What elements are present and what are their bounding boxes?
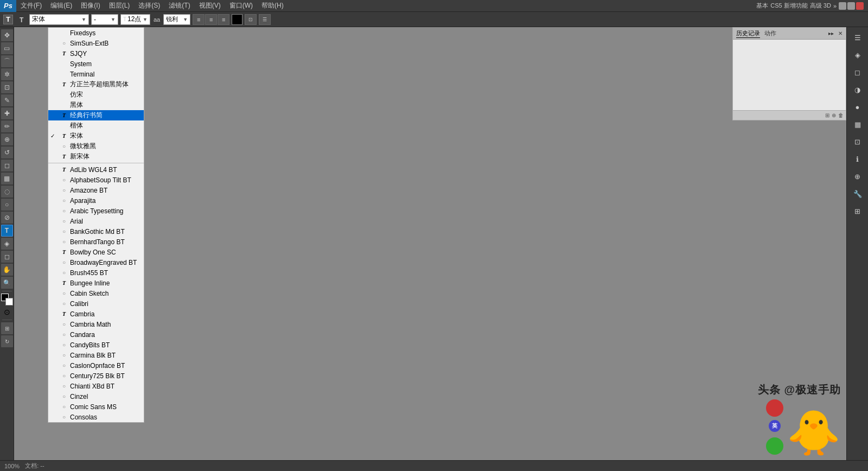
- options-button[interactable]: ⊞: [850, 203, 866, 219]
- paths-button[interactable]: ◻: [850, 64, 866, 80]
- history-brush-tool[interactable]: ↺: [1, 147, 13, 158]
- font-list-item[interactable]: TSJQY: [48, 48, 144, 59]
- menu-edit[interactable]: 编辑(E): [46, 0, 76, 11]
- maximize-button[interactable]: [847, 2, 855, 10]
- font-list-item[interactable]: ○Cambria Math: [48, 319, 144, 329]
- font-list-item[interactable]: System: [48, 59, 144, 69]
- font-list-item[interactable]: Fixedsys: [48, 28, 144, 38]
- font-list-item[interactable]: T经典行书简: [48, 110, 144, 120]
- rectangle-select-tool[interactable]: ▭: [1, 42, 13, 54]
- zoom-tool[interactable]: 🔍: [1, 277, 13, 289]
- align-left-button[interactable]: ≡: [193, 14, 205, 25]
- font-list-item[interactable]: TCambria: [48, 309, 144, 319]
- workspace-basic[interactable]: 基本: [756, 2, 768, 10]
- foreground-background-colors[interactable]: [1, 294, 13, 305]
- warp-text-button[interactable]: ⊡: [245, 14, 257, 25]
- path-select-tool[interactable]: ◈: [1, 238, 13, 250]
- minimize-button[interactable]: [839, 2, 846, 10]
- font-list-item[interactable]: ○Arabic Typesetting: [48, 206, 144, 216]
- font-list-item[interactable]: ○Cinzel: [48, 391, 144, 402]
- anti-alias-selector[interactable]: 锐利 ▼: [163, 14, 190, 25]
- swatches-button[interactable]: ▦: [850, 116, 866, 132]
- text-color-swatch[interactable]: [232, 14, 242, 25]
- new-snapshot-button[interactable]: ⊞: [825, 112, 829, 118]
- workspace-3d[interactable]: 高级 3D: [810, 2, 831, 10]
- font-list-item[interactable]: ○Century725 Blk BT: [48, 371, 144, 381]
- panel-expand-button[interactable]: ▸▸: [828, 30, 834, 36]
- tools-panel-button[interactable]: 🔧: [850, 186, 866, 202]
- font-list-item[interactable]: 仿宋: [48, 90, 144, 100]
- menu-layer[interactable]: 图层(L): [105, 0, 135, 11]
- eraser-tool[interactable]: ◻: [1, 160, 13, 171]
- font-list-item[interactable]: T新宋体: [48, 151, 144, 162]
- menu-file[interactable]: 文件(F): [16, 0, 46, 11]
- color-button[interactable]: ●: [850, 99, 866, 115]
- font-list-item[interactable]: ○AlphabetSoup Tilt BT: [48, 175, 144, 185]
- font-list-item[interactable]: ○Aparajita: [48, 195, 144, 206]
- quick-mask-button[interactable]: ⊙: [2, 307, 12, 317]
- font-list-item[interactable]: ○BernhardTango BT: [48, 237, 144, 247]
- layers-button[interactable]: ☰: [850, 29, 866, 46]
- menu-window[interactable]: 窗口(W): [225, 0, 257, 11]
- green-circle-button[interactable]: [766, 437, 783, 455]
- align-center-button[interactable]: ≡: [205, 14, 217, 25]
- font-list-item[interactable]: ○CaslonOpnface BT: [48, 360, 144, 371]
- font-list-item[interactable]: TBowlby One SC: [48, 247, 144, 257]
- hand-tool[interactable]: ✋: [1, 264, 13, 276]
- pen-tool[interactable]: ⊘: [1, 212, 13, 224]
- eyedropper-tool[interactable]: ✎: [1, 94, 13, 106]
- gradient-tool[interactable]: ▦: [1, 173, 13, 184]
- info-button[interactable]: ℹ: [850, 151, 866, 167]
- menu-help[interactable]: 帮助(H): [257, 0, 288, 11]
- move-tool[interactable]: ✥: [1, 29, 13, 41]
- font-size-selector[interactable]: T 12点 ▼: [120, 14, 150, 25]
- font-style-selector[interactable]: - ▼: [91, 14, 118, 25]
- clone-stamp-tool[interactable]: ⊕: [1, 133, 13, 145]
- menu-filter[interactable]: 滤镜(T): [164, 0, 194, 11]
- screen-mode-button[interactable]: ⊞: [1, 322, 13, 334]
- background-color[interactable]: [5, 298, 13, 305]
- workspace-cs5[interactable]: CS5 新增功能: [770, 2, 807, 10]
- panel-close-button[interactable]: ✕: [838, 30, 843, 36]
- font-list-item[interactable]: ○微软雅黑: [48, 141, 144, 151]
- font-list-item[interactable]: TAdLib WGL4 BT: [48, 164, 144, 175]
- rotate-view-button[interactable]: ↻: [1, 335, 13, 347]
- font-list-item[interactable]: ○Chianti XBd BT: [48, 381, 144, 391]
- font-list-item[interactable]: ○CandyBits BT: [48, 340, 144, 350]
- font-list-item[interactable]: TBungee Inline: [48, 278, 144, 288]
- font-list-item[interactable]: Terminal: [48, 69, 144, 79]
- font-list-item[interactable]: ○Brush455 BT: [48, 268, 144, 278]
- font-list-item[interactable]: ○Consolas: [48, 412, 144, 422]
- font-list-item[interactable]: ○SimSun-ExtB: [48, 38, 144, 48]
- font-list-item[interactable]: ○BankGothic Md BT: [48, 226, 144, 237]
- menu-image[interactable]: 图像(I): [76, 0, 104, 11]
- crop-tool[interactable]: ⊡: [1, 81, 13, 93]
- font-list-item[interactable]: T宋体: [48, 131, 144, 141]
- font-list-item[interactable]: 楷体: [48, 120, 144, 131]
- navigator-button[interactable]: ⊕: [850, 168, 866, 184]
- actions-tab[interactable]: 动作: [764, 29, 776, 37]
- font-list-item[interactable]: ○Cabin Sketch: [48, 288, 144, 298]
- text-tool[interactable]: T: [1, 225, 13, 237]
- font-list-item[interactable]: 黑体: [48, 100, 144, 110]
- close-button[interactable]: [856, 2, 864, 10]
- align-right-button[interactable]: ≡: [218, 14, 229, 25]
- font-list-item[interactable]: ○Comic Sans MS: [48, 402, 144, 412]
- healing-brush-tool[interactable]: ✚: [1, 107, 13, 119]
- font-list-item[interactable]: ○Candara: [48, 329, 144, 340]
- character-palette-button[interactable]: ☰: [259, 14, 271, 25]
- font-list-item[interactable]: ○Calibri: [48, 298, 144, 309]
- font-list-item[interactable]: ○Carmina Blk BT: [48, 350, 144, 360]
- red-circle-button[interactable]: [766, 399, 783, 417]
- menu-view[interactable]: 视图(V): [195, 0, 225, 11]
- history-tab[interactable]: 历史记录: [736, 29, 760, 38]
- brush-tool[interactable]: ✏: [1, 120, 13, 132]
- delete-button[interactable]: 🗑: [838, 112, 844, 118]
- blur-tool[interactable]: ◌: [1, 186, 13, 198]
- font-list-item[interactable]: ○Amazone BT: [48, 185, 144, 195]
- dodge-tool[interactable]: ○: [1, 199, 13, 211]
- font-list-item[interactable]: ○Arial: [48, 216, 144, 226]
- lasso-tool[interactable]: ⌒: [1, 55, 13, 67]
- adjustment-button[interactable]: ◑: [850, 81, 866, 98]
- text-orientation[interactable]: T: [17, 15, 27, 24]
